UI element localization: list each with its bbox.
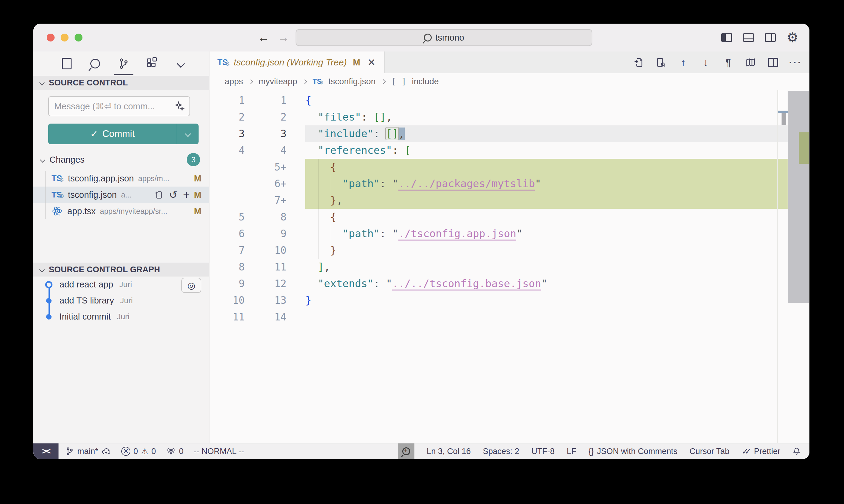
breadcrumb-item[interactable]: tsconfig.json (328, 77, 376, 86)
code-line[interactable]: "references": [ (291, 142, 809, 159)
explorer-icon[interactable] (60, 57, 73, 70)
back-arrow-icon[interactable]: ← (258, 31, 269, 44)
commit-row[interactable]: add TS libraryJuri (33, 293, 209, 309)
original-line-number: 9 (209, 275, 249, 292)
modified-badge: M (194, 190, 201, 200)
sparkle-ai-icon[interactable] (174, 101, 185, 111)
command-center-search[interactable]: tsmono (296, 29, 592, 46)
ports-status-item[interactable]: 0 (166, 447, 184, 456)
stage-changes-icon[interactable]: + (183, 188, 190, 201)
zoom-indicator[interactable] (398, 444, 414, 459)
commit-row[interactable]: add react appJuri◎ (33, 276, 209, 293)
notifications-bell-icon[interactable] (792, 447, 801, 456)
checkout-target-icon[interactable]: ◎ (181, 278, 201, 293)
commit-row[interactable]: Initial commitJuri (33, 309, 209, 325)
code-line-row: 7+ }, (209, 192, 809, 209)
code-line-row: 811 ], (209, 259, 809, 275)
minimize-window-button[interactable] (61, 34, 69, 41)
code-line[interactable]: { (291, 159, 809, 175)
commit-message-input[interactable] (54, 101, 172, 112)
code-line[interactable]: } (291, 292, 809, 309)
cursor-position-status-item[interactable]: Ln 3, Col 16 (427, 447, 471, 456)
scrollbar-thumb[interactable] (788, 91, 809, 303)
settings-gear-icon[interactable]: ⚙ (787, 31, 798, 44)
code-line-row: 58 { (209, 209, 809, 226)
open-file-icon[interactable] (632, 56, 644, 69)
extensions-icon[interactable] (145, 57, 159, 70)
breadcrumb-item[interactable]: apps (225, 77, 243, 86)
indentation-status-item[interactable]: Spaces: 2 (483, 447, 519, 456)
changed-file-row[interactable]: TS⚙tsconfig.app.jsonapps/m...M (33, 170, 209, 186)
indent-guide (318, 242, 318, 259)
modified-line-number: 7+ (249, 192, 291, 209)
encoding-status-item[interactable]: UTF-8 (531, 447, 555, 456)
more-views-chevron-icon[interactable] (174, 57, 187, 70)
close-tab-icon[interactable]: ✕ (367, 57, 376, 68)
formatter-status-item[interactable]: ✓✓ Prettier (742, 447, 780, 456)
toggle-panel-icon[interactable] (743, 33, 754, 42)
code-line[interactable]: "extends": "../../tsconfig.base.json" (291, 275, 809, 292)
changed-file-row[interactable]: TS⚙tsconfig.jsona...↺+M (33, 186, 209, 203)
file-path: a... (121, 191, 132, 199)
previous-change-icon[interactable]: ↑ (677, 56, 689, 69)
commit-button[interactable]: ✓ Commit (48, 124, 199, 144)
code-line[interactable]: }, (291, 192, 809, 209)
cursor-tab-status-item[interactable]: Cursor Tab (689, 447, 729, 456)
code-line[interactable]: { (291, 209, 809, 226)
commit-message: add react app (59, 280, 113, 290)
code-line[interactable]: "path": "../../packages/mytslib" (291, 175, 809, 192)
code-line[interactable] (291, 309, 809, 325)
render-whitespace-icon[interactable]: ¶ (722, 56, 734, 69)
next-change-icon[interactable]: ↓ (700, 56, 712, 69)
breadcrumb-item[interactable]: include (412, 77, 439, 86)
commit-dropdown-button[interactable] (177, 124, 199, 144)
tsconfig-file-icon: TS⚙ (52, 173, 64, 184)
tab-tsconfig-working-tree[interactable]: TS⚙ tsconfig.json (Working Tree) M ✕ (209, 52, 385, 73)
tsconfig-file-icon: TS⚙ (52, 189, 64, 200)
problems-status-item[interactable]: ✕ 0 ⚠ 0 (121, 447, 156, 456)
open-file-icon[interactable] (154, 190, 163, 199)
source-control-graph-header[interactable]: SOURCE CONTROL GRAPH (33, 263, 209, 276)
overview-added-lines-marker (799, 132, 809, 164)
code-line[interactable]: "path": "./tsconfig.app.json" (291, 226, 809, 242)
original-line-number: 6 (209, 226, 249, 242)
window-controls (47, 34, 83, 41)
code-line-row: 1114 (209, 309, 809, 325)
branch-status-item[interactable]: main* (65, 447, 111, 456)
more-actions-icon[interactable]: ··· (789, 56, 802, 69)
code-line[interactable]: } (291, 242, 809, 259)
code-line[interactable]: ], (291, 259, 809, 275)
toggle-secondary-sidebar-icon[interactable] (765, 33, 776, 42)
breadcrumb-item[interactable]: myviteapp (259, 77, 297, 86)
source-control-section-header[interactable]: SOURCE CONTROL (33, 76, 209, 90)
commit-author: Juri (120, 296, 133, 305)
bracket-match-highlight: [] (386, 127, 398, 140)
code-editor[interactable]: 11{22 "files": [],33 "include": [],44 "r… (209, 90, 809, 443)
code-line-row: 33 "include": [], (209, 125, 809, 142)
close-window-button[interactable] (47, 34, 55, 41)
chevron-down-icon (39, 267, 45, 272)
toggle-primary-sidebar-icon[interactable] (721, 33, 732, 42)
map-icon[interactable] (744, 56, 757, 69)
original-line-number: 5 (209, 209, 249, 226)
source-control-icon[interactable] (117, 57, 131, 70)
original-line-number: 10 (209, 292, 249, 309)
changes-header[interactable]: Changes 3 (33, 154, 209, 166)
search-view-icon[interactable] (88, 57, 102, 70)
inline-view-icon[interactable] (655, 56, 667, 69)
code-line[interactable]: "files": [], (291, 109, 809, 125)
code-line[interactable]: "include": [], (291, 125, 809, 142)
vim-mode-status-item[interactable]: -- NORMAL -- (194, 447, 244, 456)
changed-file-row[interactable]: app.tsxapps/myviteapp/sr...M (33, 203, 209, 219)
split-editor-icon[interactable] (767, 56, 779, 69)
eol-status-item[interactable]: LF (567, 447, 576, 456)
title-bar: ← → tsmono ⚙ (33, 24, 809, 52)
forward-arrow-icon[interactable]: → (278, 31, 289, 44)
language-mode-status-item[interactable]: {} JSON with Comments (588, 447, 677, 456)
discard-changes-icon[interactable]: ↺ (169, 189, 178, 201)
original-line-number: 2 (209, 109, 249, 125)
remote-indicator[interactable]: >< (33, 444, 58, 459)
code-line[interactable]: { (291, 92, 809, 109)
maximize-window-button[interactable] (74, 34, 83, 41)
file-name: tsconfig.app.json (68, 174, 134, 183)
